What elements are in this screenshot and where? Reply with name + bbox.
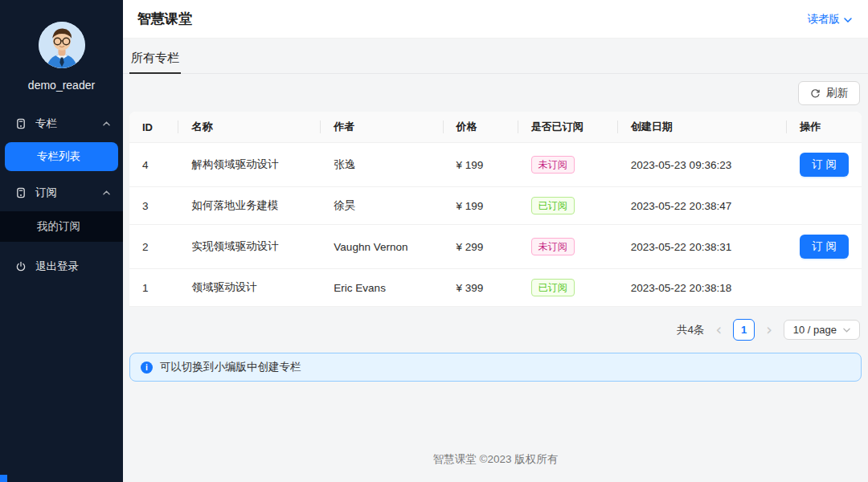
refresh-button[interactable]: 刷新 <box>798 81 860 105</box>
sidebar-item-label: 退出登录 <box>35 259 79 274</box>
sidebar-subitem-label: 我的订阅 <box>37 219 80 234</box>
corner-accent <box>0 475 7 482</box>
col-header-subscribed: 是否已订阅 <box>518 112 618 143</box>
pagination: 共4条 ‹ 1 › 10 / page <box>123 307 868 352</box>
power-icon <box>15 261 27 272</box>
chevron-down-icon <box>844 13 852 25</box>
sidebar-subitem-label: 专栏列表 <box>37 149 80 164</box>
next-page-icon[interactable]: › <box>764 322 774 337</box>
cell-subscription-status: 未订阅 <box>518 143 618 187</box>
top-header: 智慧课堂 读者版 <box>123 0 868 39</box>
alert-message: 可以切换到小编版中创建专栏 <box>160 360 301 374</box>
sidebar-item-columns[interactable]: 专栏 <box>0 108 123 140</box>
sidebar-item-label: 专栏 <box>35 116 57 131</box>
table-row: 3如何落地业务建模徐昊¥ 199已订阅2023-05-22 20:38:47 <box>129 187 862 225</box>
cell-id: 1 <box>129 269 178 307</box>
info-circle-icon: i <box>141 362 153 374</box>
cell-subscription-status: 未订阅 <box>518 225 618 269</box>
chevron-up-icon <box>103 190 110 195</box>
chevron-down-icon <box>843 328 850 333</box>
toolbar: 刷新 <box>123 74 868 112</box>
cell-author: Eric Evans <box>321 269 443 307</box>
reload-icon <box>810 88 821 99</box>
cell-name: 如何落地业务建模 <box>178 187 321 225</box>
cell-created-date: 2023-05-22 20:38:31 <box>618 225 787 269</box>
subscription-status-tag: 已订阅 <box>531 197 575 214</box>
cell-created-date: 2023-05-22 20:38:47 <box>618 187 787 225</box>
page-number-button[interactable]: 1 <box>733 319 755 341</box>
cell-id: 2 <box>129 225 178 269</box>
subscription-status-tag: 未订阅 <box>531 238 575 255</box>
subscription-status-tag: 未订阅 <box>531 156 575 174</box>
table-row: 1领域驱动设计Eric Evans¥ 399已订阅2023-05-22 20:3… <box>129 269 862 307</box>
col-header-id: ID <box>129 112 178 143</box>
table-row: 4解构领域驱动设计张逸¥ 199未订阅2023-05-23 09:36:23订 … <box>129 143 862 187</box>
cell-actions: 订 阅 <box>787 143 862 187</box>
footer: 智慧课堂 ©2023 版权所有 <box>123 452 868 482</box>
subscribe-button[interactable]: 订 阅 <box>800 153 849 177</box>
content-area: 所有专栏 刷新 ID <box>123 39 868 482</box>
cell-price: ¥ 399 <box>444 269 518 307</box>
pagination-total: 共4条 <box>677 323 705 337</box>
cell-created-date: 2023-05-23 09:36:23 <box>618 143 787 187</box>
sidebar-item-subscriptions[interactable]: 订阅 <box>0 177 123 209</box>
cell-price: ¥ 199 <box>444 143 518 187</box>
cell-subscription-status: 已订阅 <box>518 269 618 307</box>
cell-price: ¥ 299 <box>444 225 518 269</box>
info-alert: i 可以切换到小编版中创建专栏 <box>129 353 862 382</box>
sidebar-item-column-list[interactable]: 专栏列表 <box>5 142 118 171</box>
cell-author: 徐昊 <box>321 187 443 225</box>
refresh-label: 刷新 <box>826 86 848 100</box>
main-area: 智慧课堂 读者版 所有专栏 刷新 <box>123 0 868 482</box>
avatar <box>39 22 85 68</box>
cell-created-date: 2023-05-22 20:38:18 <box>618 269 787 307</box>
container-icon <box>15 118 27 129</box>
col-header-name: 名称 <box>178 112 321 143</box>
version-label: 读者版 <box>808 12 841 27</box>
chevron-up-icon <box>103 121 110 126</box>
col-header-price: 价格 <box>444 112 518 143</box>
sidebar-item-label: 订阅 <box>35 186 57 200</box>
cell-name: 解构领域驱动设计 <box>178 143 321 187</box>
app-title: 智慧课堂 <box>137 10 192 28</box>
cell-name: 实现领域驱动设计 <box>178 225 321 269</box>
version-dropdown[interactable]: 读者版 <box>808 12 853 27</box>
cell-actions: 订 阅 <box>787 225 862 269</box>
sidebar-item-logout[interactable]: 退出登录 <box>0 251 123 283</box>
col-header-created: 创建日期 <box>618 112 787 143</box>
container-icon <box>15 187 27 198</box>
columns-table: ID 名称 作者 价格 是否已订阅 创建日期 操作 4解构领域驱动设计张逸¥ 1… <box>129 112 862 307</box>
page-size-select[interactable]: 10 / page <box>784 320 860 340</box>
table-header-row: ID 名称 作者 价格 是否已订阅 创建日期 操作 <box>129 112 862 143</box>
sidebar-nav: 专栏 专栏列表 订阅 我的订阅 <box>0 108 123 283</box>
cell-subscription-status: 已订阅 <box>518 187 618 225</box>
cell-id: 4 <box>129 143 178 187</box>
cell-id: 3 <box>129 187 178 225</box>
tab-all-columns[interactable]: 所有专栏 <box>129 43 181 74</box>
avatar-image <box>39 22 85 68</box>
cell-name: 领域驱动设计 <box>178 269 321 307</box>
cell-actions <box>787 187 862 225</box>
tab-bar: 所有专栏 <box>123 43 868 74</box>
prev-page-icon[interactable]: ‹ <box>714 322 724 337</box>
table-row: 2实现领域驱动设计Vaughn Vernon¥ 299未订阅2023-05-22… <box>129 225 862 269</box>
app-window: demo_reader 专栏 专栏列表 订阅 <box>0 0 868 482</box>
page-size-label: 10 / page <box>793 324 837 336</box>
table-body: 4解构领域驱动设计张逸¥ 199未订阅2023-05-23 09:36:23订 … <box>129 143 862 307</box>
subscription-status-tag: 已订阅 <box>531 279 575 296</box>
cell-actions <box>787 269 862 307</box>
cell-author: 张逸 <box>321 143 443 187</box>
cell-author: Vaughn Vernon <box>321 225 443 269</box>
col-header-actions: 操作 <box>787 112 862 143</box>
cell-price: ¥ 199 <box>444 187 518 225</box>
username: demo_reader <box>0 79 123 92</box>
col-header-author: 作者 <box>321 112 443 143</box>
sidebar-item-my-subscriptions[interactable]: 我的订阅 <box>0 211 123 242</box>
subscribe-button[interactable]: 订 阅 <box>800 235 849 259</box>
sidebar: demo_reader 专栏 专栏列表 订阅 <box>0 0 123 482</box>
